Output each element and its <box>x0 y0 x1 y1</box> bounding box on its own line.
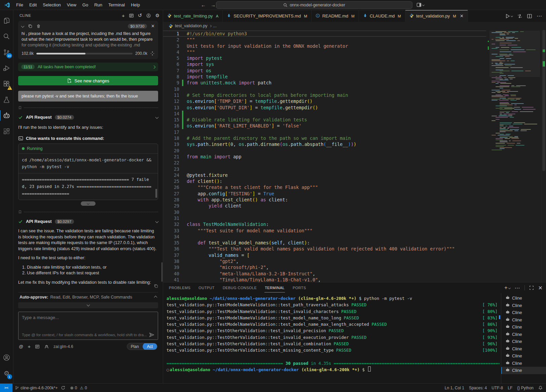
layout-control[interactable] <box>416 2 424 7</box>
code-line[interactable]: 37 valid_names = [ <box>163 252 486 258</box>
nav-forward-icon[interactable]: → <box>211 2 216 8</box>
code-line[interactable]: 17 <box>163 129 486 135</box>
code-line[interactable]: 25def client(): <box>163 178 486 184</box>
act-button[interactable]: Act <box>143 343 157 350</box>
close-icon[interactable]: ✕ <box>460 13 464 18</box>
terminal-instance[interactable]: Cline <box>501 360 546 367</box>
model-selector[interactable]: zai:glm-4.6 <box>53 344 73 349</box>
code-line[interactable]: 14 <box>163 111 486 117</box>
copy-icon[interactable] <box>154 284 158 288</box>
sidebar-item-extensions[interactable] <box>0 76 13 92</box>
menu-go[interactable]: Go <box>80 1 91 8</box>
code-line[interactable]: 31 <box>163 215 486 221</box>
terminal-instance[interactable]: Cline <box>501 352 546 360</box>
panel-tab-ports[interactable]: PORTS <box>292 283 306 292</box>
new-task-icon[interactable]: + <box>122 13 125 18</box>
code-line[interactable]: 40 "meta-llama/Llama-3.2-1B-Instruct", <box>163 271 486 277</box>
expand-context-icon[interactable] <box>150 51 155 56</box>
encoding[interactable]: UTF-8 <box>489 386 505 390</box>
code-line[interactable]: 20 <box>163 148 486 154</box>
api-request-row[interactable]: API Request $0.0274 <box>18 115 158 120</box>
terminal-instance[interactable]: Cline <box>501 302 546 309</box>
sidebar-item-explorer[interactable] <box>0 13 13 29</box>
run-python-button[interactable] <box>505 13 513 19</box>
menu-file[interactable]: File <box>13 1 26 8</box>
terminal-instance[interactable]: Cline <box>501 323 546 331</box>
close-task-icon[interactable]: ✕ <box>151 24 155 29</box>
panel-tab-problems[interactable]: PROBLEMS <box>169 283 191 292</box>
command-output[interactable]: ========================================… <box>19 173 158 200</box>
git-branch-item[interactable]: cline-glm-4.6-200k*+ <box>12 384 68 392</box>
delete-task-icon[interactable] <box>36 24 41 29</box>
copy-icon[interactable] <box>28 24 32 28</box>
code-line[interactable]: 13os.environ['OUTPUT_DIR'] = tempfile.ge… <box>163 105 486 111</box>
code-line[interactable]: 24@pytest.fixture <box>163 172 486 178</box>
code-line[interactable]: 41 "TinyLlama/TinyLlama-1.1B-Chat-v1.0", <box>163 277 486 282</box>
terminal-instance[interactable]: Cline <box>501 367 546 374</box>
terminal-instance[interactable]: Cline <box>501 295 546 302</box>
mcp-icon[interactable] <box>44 344 49 349</box>
sidebar-item-cline[interactable] <box>0 108 13 123</box>
sidebar-item-run-debug[interactable] <box>0 60 13 76</box>
maximize-panel-icon[interactable] <box>529 285 534 290</box>
panel-tab-debug-console[interactable]: DEBUG CONSOLE <box>222 283 257 292</box>
sidebar-scrollbar[interactable] <box>161 262 162 282</box>
auto-approve-bar[interactable]: Auto-approve: Read, Edit, Browser, MCP, … <box>18 292 158 300</box>
see-new-changes-button[interactable]: See new changes <box>18 76 158 85</box>
editor-tab-SECURITY_IMPROVEMENTS.md[interactable]: SECURITY_IMPROVEMENTS.mdM <box>223 10 312 22</box>
code-line[interactable]: 10 <box>163 86 486 92</box>
code-line[interactable]: 19sys.path.insert(0, os.path.dirname(os.… <box>163 141 486 147</box>
code-line[interactable]: 39 "microsoft/phi-2", <box>163 264 486 270</box>
code-line[interactable]: 1#!/usr/bin/env python3 <box>163 31 486 37</box>
api-request-row[interactable]: API Request $0.0297 <box>18 219 158 224</box>
notification-bell[interactable] <box>536 386 546 390</box>
editor-scrollbar[interactable] <box>541 30 546 282</box>
add-icon[interactable]: + <box>28 344 31 349</box>
menu-run[interactable]: Run <box>92 1 105 8</box>
terminal-more-icon[interactable]: ⋯ <box>515 285 520 291</box>
panel-tab-output[interactable]: OUTPUT <box>198 283 215 292</box>
plan-button[interactable]: Plan <box>127 344 143 349</box>
breadcrumb-file[interactable]: test_validation.py <box>175 24 208 28</box>
code-line[interactable]: 8import tempfile <box>163 74 486 80</box>
problems-item[interactable]: ⊗0 ⚠0 <box>68 384 89 392</box>
code-line[interactable]: 6import sys <box>163 61 486 67</box>
editor-tab-test_validation.py[interactable]: test_validation.pyM✕ <box>405 10 468 22</box>
language-mode[interactable]: {} Python <box>515 386 536 390</box>
editor-tab-CLAUDE.md[interactable]: CLAUDE.mdM <box>359 10 405 22</box>
output-scrollbar[interactable] <box>155 189 157 198</box>
rules-icon[interactable] <box>35 344 40 349</box>
code-line[interactable]: 15# Disable rate limiting for validation… <box>163 117 486 123</box>
user-message-bubble[interactable]: please run pytest -v and see the test fa… <box>18 91 158 102</box>
code-line[interactable]: 7import os <box>163 68 486 74</box>
editor-tab-README.md[interactable]: README.mdM <box>312 10 359 22</box>
code-line[interactable]: 36 """Test that valid model names pass v… <box>163 246 486 252</box>
plan-act-toggle[interactable]: Plan Act <box>127 343 157 350</box>
menu-edit[interactable]: Edit <box>27 1 39 8</box>
quick-actions-bar[interactable] <box>18 302 158 308</box>
code-line[interactable]: 34 <box>163 234 486 240</box>
remote-indicator[interactable]: >< <box>0 384 12 392</box>
nav-back-icon[interactable]: ← <box>201 2 206 8</box>
code-line[interactable]: 23 <box>163 166 486 172</box>
command-status-row[interactable]: Running <box>19 144 158 154</box>
editor-tab-test_rate_limiting.py[interactable]: test_rate_limiting.pyA <box>163 10 223 22</box>
code-line[interactable]: 35 def test_valid_model_names(self, clie… <box>163 240 486 246</box>
code-line[interactable]: 21from main import app <box>163 154 486 160</box>
code-line[interactable]: 2""" <box>163 37 486 43</box>
cursor-position[interactable]: Ln 1, Col 1 <box>442 386 467 390</box>
sidebar-item-source-control[interactable]: 10 <box>0 44 13 60</box>
sidebar-item-search[interactable] <box>0 29 13 44</box>
code-line[interactable]: 9from unittest.mock import patch <box>163 80 486 86</box>
accounts-button[interactable] <box>0 350 13 365</box>
sidebar-item-extension-grid[interactable] <box>0 123 13 139</box>
task-text[interactable]: hi , please have a look at the project, … <box>22 31 155 48</box>
send-icon[interactable] <box>149 332 154 338</box>
code-line[interactable]: 30 <box>163 209 486 215</box>
code-line[interactable]: 22 <box>163 160 486 166</box>
command-center-search[interactable]: onnx-model-generator-docker <box>216 1 412 9</box>
code-line[interactable]: 4""" <box>163 49 486 55</box>
open-changes-icon[interactable] <box>517 13 522 19</box>
settings-button[interactable]: ⚙ 1 <box>0 365 13 381</box>
code-line[interactable]: 28 with app.test_client() as client: <box>163 197 486 203</box>
